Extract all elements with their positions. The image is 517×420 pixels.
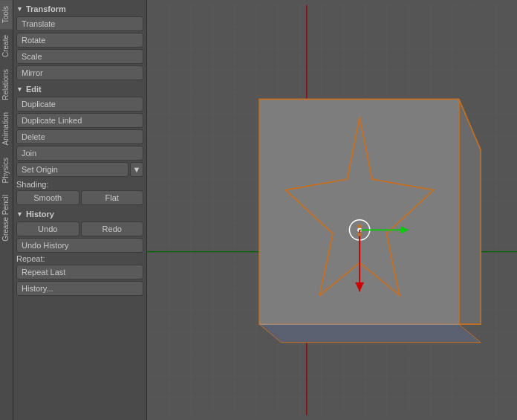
- tab-tools[interactable]: Tools: [0, 0, 13, 29]
- tab-relations[interactable]: Relations: [0, 63, 13, 106]
- join-button[interactable]: Join: [16, 146, 143, 161]
- svg-point-19: [358, 224, 362, 228]
- tab-create[interactable]: Create: [0, 29, 13, 63]
- history-label: History: [26, 210, 54, 219]
- smooth-button[interactable]: Smooth: [16, 190, 79, 205]
- set-origin-button[interactable]: Set Origin: [16, 162, 129, 177]
- shading-label: Shading:: [16, 180, 143, 189]
- mirror-button[interactable]: Mirror: [16, 65, 143, 80]
- tab-animation[interactable]: Animation: [0, 106, 13, 151]
- svg-marker-10: [259, 324, 481, 342]
- history-header[interactable]: ▼ History: [16, 208, 143, 222]
- transform-label: Transform: [26, 4, 66, 13]
- repeat-last-button[interactable]: Repeat Last: [16, 265, 143, 280]
- scale-button[interactable]: Scale: [16, 49, 143, 64]
- viewport: User Ortho: [147, 0, 517, 420]
- set-origin-dropdown[interactable]: ▼: [130, 162, 143, 177]
- flat-button[interactable]: Flat: [81, 190, 144, 205]
- undo-redo-row: Undo Redo: [16, 222, 143, 236]
- rotate-button[interactable]: Rotate: [16, 33, 143, 48]
- viewport-svg: [147, 0, 517, 420]
- shading-row: Smooth Flat: [16, 190, 143, 205]
- duplicate-button[interactable]: Duplicate: [16, 97, 143, 112]
- set-origin-row: Set Origin ▼: [16, 162, 143, 177]
- tab-grease-pencil[interactable]: Grease Pencil: [0, 189, 13, 248]
- redo-button[interactable]: Redo: [81, 222, 144, 236]
- history-arrow: ▼: [16, 210, 23, 218]
- undo-history-button[interactable]: Undo History: [16, 238, 143, 253]
- edit-header[interactable]: ▼ Edit: [16, 83, 143, 97]
- svg-point-18: [358, 233, 362, 236]
- translate-button[interactable]: Translate: [16, 16, 143, 31]
- history-button[interactable]: History...: [16, 281, 143, 296]
- tab-strip: Tools Create Relations Animation Physics…: [0, 0, 13, 420]
- repeat-label: Repeat:: [16, 254, 143, 263]
- left-panel: ▼ Transform Translate Rotate Scale Mirro…: [13, 0, 147, 420]
- edit-label: Edit: [26, 85, 42, 94]
- duplicate-linked-button[interactable]: Duplicate Linked: [16, 113, 143, 128]
- transform-arrow: ▼: [16, 5, 23, 13]
- edit-arrow: ▼: [16, 85, 23, 93]
- transform-header[interactable]: ▼ Transform: [16, 3, 143, 16]
- undo-button[interactable]: Undo: [16, 222, 79, 236]
- tab-physics[interactable]: Physics: [0, 152, 13, 189]
- delete-button[interactable]: Delete: [16, 129, 143, 144]
